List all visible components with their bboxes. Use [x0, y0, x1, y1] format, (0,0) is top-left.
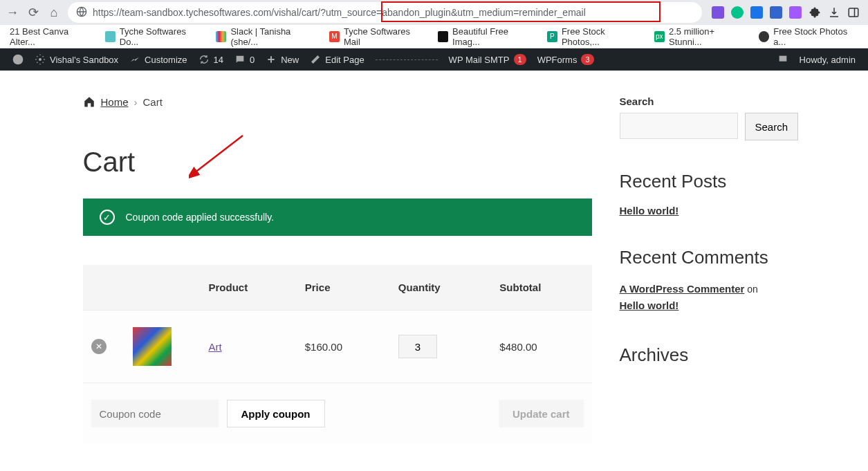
- bookmark-item[interactable]: PFree Stock Photos,...: [543, 26, 646, 47]
- cart-table: Product Price Quantity Subtotal ✕ Art $1…: [83, 265, 592, 444]
- browser-chrome: → ⟳ ⌂ https://team-sandbox.tychesoftware…: [0, 0, 868, 71]
- extension-icon[interactable]: [750, 6, 763, 19]
- bookmark-item[interactable]: px2.5 million+ Stunni...: [650, 26, 750, 47]
- widget-title: Recent Comments: [620, 247, 786, 268]
- updates-link[interactable]: 14: [193, 54, 229, 65]
- coupon-input[interactable]: [91, 400, 219, 427]
- site-name[interactable]: Vishal's Sandbox: [29, 54, 124, 65]
- recent-post-link[interactable]: Hello world!: [620, 205, 679, 216]
- url-text: https://team-sandbox.tychesoftwares.com/…: [93, 7, 586, 18]
- bookmark-item[interactable]: Beautiful Free Imag...: [434, 26, 539, 47]
- col-quantity: Quantity: [390, 265, 492, 311]
- item-price: $160.00: [297, 311, 390, 383]
- svg-point-2: [13, 55, 24, 65]
- search-widget: Search Search: [620, 95, 786, 140]
- customize-link[interactable]: Customize: [124, 54, 192, 65]
- edit-page-link[interactable]: Edit Page: [304, 54, 369, 65]
- svg-rect-1: [849, 8, 858, 17]
- extensions-menu-icon[interactable]: [809, 6, 821, 19]
- forward-button[interactable]: →: [6, 6, 19, 20]
- item-subtotal: $480.00: [491, 311, 591, 383]
- product-thumbnail[interactable]: [133, 327, 172, 366]
- wp-mail-smtp-link[interactable]: WP Mail SMTP 1: [443, 54, 532, 65]
- col-product: Product: [201, 265, 297, 311]
- success-notice: ✓ Coupon code applied successfully.: [83, 198, 592, 236]
- sidebar: Search Search Recent Posts Hello world! …: [620, 95, 786, 444]
- extension-icons: [709, 6, 862, 19]
- archives-widget: Archives: [620, 344, 786, 366]
- bookmark-item[interactable]: MTyche Softwares Mail: [325, 26, 430, 47]
- update-cart-button[interactable]: Update cart: [499, 400, 584, 427]
- quantity-input[interactable]: [398, 335, 437, 358]
- home-button[interactable]: ⌂: [47, 6, 61, 20]
- search-button[interactable]: Search: [745, 113, 799, 140]
- bookmarks-bar: 21 Best Canva Alter... Tyche Softwares D…: [0, 25, 868, 48]
- wpforms-link[interactable]: WPForms 3: [532, 54, 600, 65]
- new-link[interactable]: New: [260, 54, 304, 65]
- address-row: → ⟳ ⌂ https://team-sandbox.tychesoftware…: [0, 0, 868, 25]
- widget-title: Archives: [620, 344, 786, 366]
- globe-icon: [76, 6, 87, 19]
- home-icon: [83, 95, 95, 108]
- bookmark-item[interactable]: 21 Best Canva Alter...: [6, 26, 97, 47]
- page-title: Cart: [83, 147, 592, 178]
- search-input[interactable]: [620, 113, 738, 139]
- extension-icon[interactable]: [789, 6, 802, 19]
- notice-text: Coupon code applied successfully.: [126, 212, 275, 223]
- notifications-icon[interactable]: [772, 54, 794, 65]
- svg-rect-4: [779, 56, 786, 62]
- svg-point-3: [39, 58, 41, 61]
- extension-icon[interactable]: [770, 6, 782, 19]
- panel-icon[interactable]: [847, 6, 860, 19]
- col-subtotal: Subtotal: [491, 265, 591, 311]
- reload-button[interactable]: ⟳: [26, 5, 40, 20]
- remove-item-button[interactable]: ✕: [91, 339, 107, 354]
- main-column: Home › Cart Cart ✓ Coupon code applied s…: [83, 95, 592, 444]
- howdy-user[interactable]: Howdy, admin: [794, 55, 861, 65]
- extension-icon[interactable]: [731, 6, 744, 19]
- bookmark-item[interactable]: Free Stock Photos a...: [755, 26, 862, 47]
- recent-comments-widget: Recent Comments A WordPress Commenter on…: [620, 247, 786, 314]
- bookmark-item[interactable]: Tyche Softwares Do...: [101, 26, 208, 47]
- bookmark-item[interactable]: Slack | Tanisha (she/...: [212, 26, 321, 47]
- wp-logo[interactable]: [7, 54, 29, 65]
- widget-title: Recent Posts: [620, 171, 786, 192]
- product-link[interactable]: Art: [209, 341, 222, 353]
- on-text: on: [744, 284, 757, 295]
- address-bar[interactable]: https://team-sandbox.tychesoftwares.com/…: [68, 2, 702, 23]
- badge: 1: [514, 54, 526, 65]
- recent-posts-widget: Recent Posts Hello world!: [620, 171, 786, 216]
- commenter-link[interactable]: A WordPress Commenter: [620, 283, 745, 295]
- search-label: Search: [620, 95, 786, 107]
- cart-actions-row: Apply coupon Update cart: [83, 383, 592, 445]
- breadcrumb-chevron-icon: ›: [134, 96, 138, 108]
- wp-admin-bar: Vishal's Sandbox Customize 14 0 New Edit…: [0, 48, 868, 71]
- apply-coupon-button[interactable]: Apply coupon: [227, 400, 325, 427]
- col-price: Price: [297, 265, 390, 311]
- comment-post-link[interactable]: Hello world!: [620, 299, 679, 311]
- page-content: Home › Cart Cart ✓ Coupon code applied s…: [68, 71, 801, 444]
- editable-field[interactable]: [370, 59, 443, 60]
- check-icon: ✓: [100, 210, 115, 225]
- breadcrumb-current: Cart: [143, 96, 163, 108]
- extension-icon[interactable]: [712, 6, 724, 19]
- cart-row: ✕ Art $160.00 $480.00: [83, 311, 592, 383]
- comments-link[interactable]: 0: [229, 54, 260, 65]
- badge: 3: [581, 54, 593, 65]
- breadcrumb-home[interactable]: Home: [101, 96, 129, 108]
- breadcrumb: Home › Cart: [83, 95, 592, 108]
- download-icon[interactable]: [828, 6, 840, 19]
